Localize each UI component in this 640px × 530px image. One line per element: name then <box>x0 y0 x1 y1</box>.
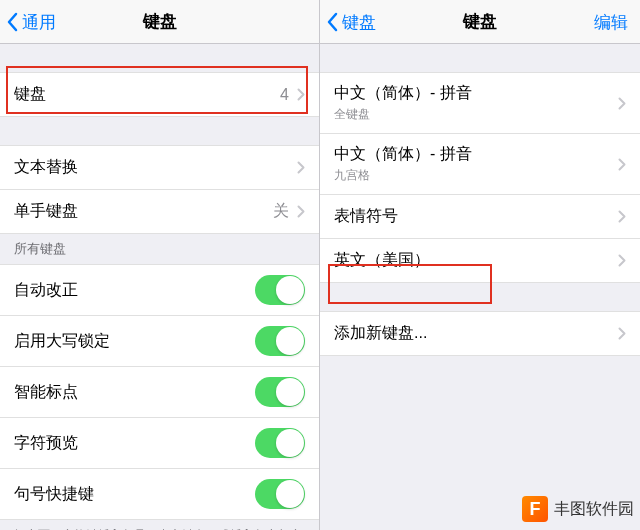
cell-label: 表情符号 <box>334 206 398 227</box>
chevron-right-icon <box>297 205 305 218</box>
add-keyboard-row[interactable]: 添加新键盘... <box>320 312 640 356</box>
cell-label: 中文（简体）- 拼音 <box>334 144 472 165</box>
cell-label: 中文（简体）- 拼音 <box>334 83 472 104</box>
chevron-right-icon <box>618 210 626 223</box>
nav-title: 键盘 <box>463 10 497 33</box>
navbar: 通用 键盘 <box>0 0 319 44</box>
nav-back-button[interactable]: 键盘 <box>326 0 376 44</box>
chevron-right-icon <box>618 97 626 110</box>
watermark-text: 丰图软件园 <box>554 499 634 520</box>
keyboard-row[interactable]: 表情符号 <box>320 195 640 239</box>
chevron-right-icon <box>297 88 305 101</box>
keyboard-row[interactable]: 英文（美国） <box>320 239 640 283</box>
cell-label: 智能标点 <box>14 382 78 403</box>
nav-back-label: 键盘 <box>342 11 376 34</box>
toggle-row[interactable]: 智能标点 <box>0 367 319 418</box>
toggle-row[interactable]: 自动改正 <box>0 265 319 316</box>
chevron-left-icon <box>6 12 18 32</box>
navbar: 键盘 键盘 编辑 <box>320 0 640 44</box>
text-replacement-row[interactable]: 文本替换 <box>0 146 319 190</box>
watermark: F 丰图软件园 <box>522 496 634 522</box>
chevron-right-icon <box>618 158 626 171</box>
cell-label: 英文（美国） <box>334 250 430 271</box>
toggle-row[interactable]: 句号快捷键 <box>0 469 319 520</box>
nav-title: 键盘 <box>143 10 177 33</box>
screen-keyboards-list: 键盘 键盘 编辑 中文（简体）- 拼音全键盘中文（简体）- 拼音九宫格表情符号英… <box>320 0 640 530</box>
toggle-switch[interactable] <box>255 479 305 509</box>
cell-sublabel: 全键盘 <box>334 106 472 123</box>
footer-note: 轻点两下空格键插入句号（中文键盘）或插入句点与空格（其他键盘）。 <box>0 520 319 530</box>
toggle-switch[interactable] <box>255 377 305 407</box>
cell-label: 单手键盘 <box>14 201 78 222</box>
toggle-row[interactable]: 启用大写锁定 <box>0 316 319 367</box>
nav-edit-button[interactable]: 编辑 <box>594 0 628 44</box>
toggle-row[interactable]: 字符预览 <box>0 418 319 469</box>
cell-label: 文本替换 <box>14 157 78 178</box>
cell-label: 句号快捷键 <box>14 484 94 505</box>
cell-label: 添加新键盘... <box>334 323 427 344</box>
right-content: 中文（简体）- 拼音全键盘中文（简体）- 拼音九宫格表情符号英文（美国） 添加新… <box>320 44 640 530</box>
keyboards-row[interactable]: 键盘 4 <box>0 73 319 117</box>
chevron-right-icon <box>618 327 626 340</box>
cell-label: 启用大写锁定 <box>14 331 110 352</box>
cell-value: 关 <box>273 201 289 222</box>
keyboard-row[interactable]: 中文（简体）- 拼音九宫格 <box>320 134 640 195</box>
cell-label: 字符预览 <box>14 433 78 454</box>
nav-back-button[interactable]: 通用 <box>6 0 56 44</box>
chevron-left-icon <box>326 12 338 32</box>
one-handed-row[interactable]: 单手键盘 关 <box>0 190 319 234</box>
toggle-switch[interactable] <box>255 428 305 458</box>
section-header-all-keyboards: 所有键盘 <box>0 234 319 264</box>
left-content: 键盘 4 文本替换 <box>0 44 319 530</box>
cell-value: 4 <box>280 86 289 104</box>
cell-label: 自动改正 <box>14 280 78 301</box>
chevron-right-icon <box>618 254 626 267</box>
nav-back-label: 通用 <box>22 11 56 34</box>
toggle-switch[interactable] <box>255 275 305 305</box>
nav-edit-label: 编辑 <box>594 11 628 34</box>
keyboard-row[interactable]: 中文（简体）- 拼音全键盘 <box>320 73 640 134</box>
chevron-right-icon <box>297 161 305 174</box>
screen-keyboard-settings: 通用 键盘 键盘 4 文本替换 <box>0 0 320 530</box>
cell-sublabel: 九宫格 <box>334 167 472 184</box>
cell-label: 键盘 <box>14 84 46 105</box>
watermark-logo-icon: F <box>522 496 548 522</box>
toggle-switch[interactable] <box>255 326 305 356</box>
